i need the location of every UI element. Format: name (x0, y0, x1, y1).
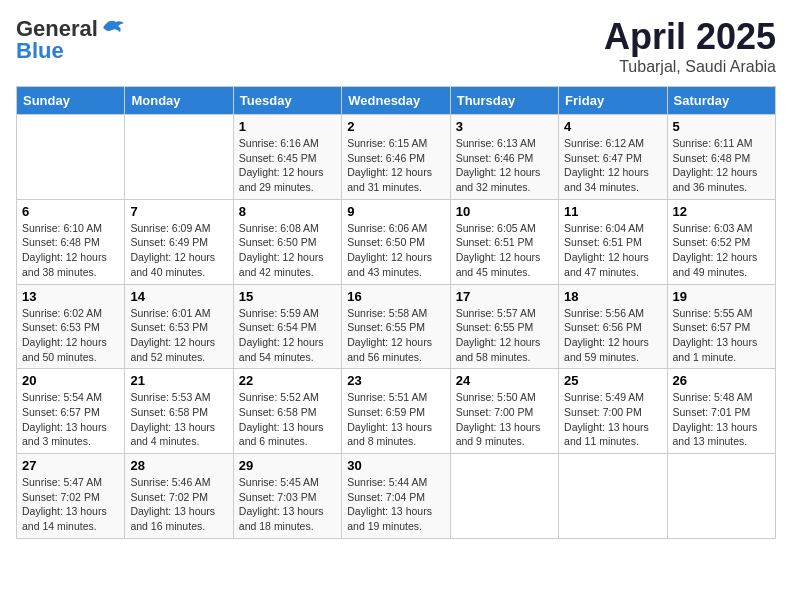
calendar-cell: 1Sunrise: 6:16 AM Sunset: 6:45 PM Daylig… (233, 115, 341, 200)
day-info: Sunrise: 6:12 AM Sunset: 6:47 PM Dayligh… (564, 136, 661, 195)
calendar-cell: 8Sunrise: 6:08 AM Sunset: 6:50 PM Daylig… (233, 199, 341, 284)
header-row: SundayMondayTuesdayWednesdayThursdayFrid… (17, 87, 776, 115)
calendar-cell: 29Sunrise: 5:45 AM Sunset: 7:03 PM Dayli… (233, 454, 341, 539)
calendar-cell: 22Sunrise: 5:52 AM Sunset: 6:58 PM Dayli… (233, 369, 341, 454)
day-info: Sunrise: 6:03 AM Sunset: 6:52 PM Dayligh… (673, 221, 770, 280)
day-info: Sunrise: 5:54 AM Sunset: 6:57 PM Dayligh… (22, 390, 119, 449)
calendar-cell: 26Sunrise: 5:48 AM Sunset: 7:01 PM Dayli… (667, 369, 775, 454)
header: General Blue April 2025 Tubarjal, Saudi … (16, 16, 776, 76)
day-number: 16 (347, 289, 444, 304)
calendar-cell: 2Sunrise: 6:15 AM Sunset: 6:46 PM Daylig… (342, 115, 450, 200)
day-info: Sunrise: 5:46 AM Sunset: 7:02 PM Dayligh… (130, 475, 227, 534)
calendar-cell (125, 115, 233, 200)
day-number: 5 (673, 119, 770, 134)
day-info: Sunrise: 5:55 AM Sunset: 6:57 PM Dayligh… (673, 306, 770, 365)
day-info: Sunrise: 6:04 AM Sunset: 6:51 PM Dayligh… (564, 221, 661, 280)
day-info: Sunrise: 6:15 AM Sunset: 6:46 PM Dayligh… (347, 136, 444, 195)
week-row-3: 13Sunrise: 6:02 AM Sunset: 6:53 PM Dayli… (17, 284, 776, 369)
day-number: 19 (673, 289, 770, 304)
calendar-cell: 19Sunrise: 5:55 AM Sunset: 6:57 PM Dayli… (667, 284, 775, 369)
calendar-cell: 12Sunrise: 6:03 AM Sunset: 6:52 PM Dayli… (667, 199, 775, 284)
day-number: 26 (673, 373, 770, 388)
calendar-cell: 20Sunrise: 5:54 AM Sunset: 6:57 PM Dayli… (17, 369, 125, 454)
day-number: 7 (130, 204, 227, 219)
day-number: 23 (347, 373, 444, 388)
calendar-cell: 11Sunrise: 6:04 AM Sunset: 6:51 PM Dayli… (559, 199, 667, 284)
calendar-cell: 23Sunrise: 5:51 AM Sunset: 6:59 PM Dayli… (342, 369, 450, 454)
calendar-cell: 14Sunrise: 6:01 AM Sunset: 6:53 PM Dayli… (125, 284, 233, 369)
day-info: Sunrise: 6:01 AM Sunset: 6:53 PM Dayligh… (130, 306, 227, 365)
day-number: 29 (239, 458, 336, 473)
calendar-cell: 17Sunrise: 5:57 AM Sunset: 6:55 PM Dayli… (450, 284, 558, 369)
column-header-friday: Friday (559, 87, 667, 115)
calendar-cell: 30Sunrise: 5:44 AM Sunset: 7:04 PM Dayli… (342, 454, 450, 539)
day-info: Sunrise: 6:05 AM Sunset: 6:51 PM Dayligh… (456, 221, 553, 280)
day-number: 3 (456, 119, 553, 134)
calendar-cell: 3Sunrise: 6:13 AM Sunset: 6:46 PM Daylig… (450, 115, 558, 200)
day-info: Sunrise: 6:09 AM Sunset: 6:49 PM Dayligh… (130, 221, 227, 280)
day-number: 13 (22, 289, 119, 304)
day-number: 30 (347, 458, 444, 473)
calendar-cell: 27Sunrise: 5:47 AM Sunset: 7:02 PM Dayli… (17, 454, 125, 539)
week-row-4: 20Sunrise: 5:54 AM Sunset: 6:57 PM Dayli… (17, 369, 776, 454)
calendar-cell: 28Sunrise: 5:46 AM Sunset: 7:02 PM Dayli… (125, 454, 233, 539)
column-header-monday: Monday (125, 87, 233, 115)
day-number: 14 (130, 289, 227, 304)
day-number: 11 (564, 204, 661, 219)
day-info: Sunrise: 6:13 AM Sunset: 6:46 PM Dayligh… (456, 136, 553, 195)
day-number: 4 (564, 119, 661, 134)
calendar-cell (559, 454, 667, 539)
day-number: 18 (564, 289, 661, 304)
day-info: Sunrise: 5:58 AM Sunset: 6:55 PM Dayligh… (347, 306, 444, 365)
location-title: Tubarjal, Saudi Arabia (604, 58, 776, 76)
day-info: Sunrise: 5:56 AM Sunset: 6:56 PM Dayligh… (564, 306, 661, 365)
day-info: Sunrise: 5:52 AM Sunset: 6:58 PM Dayligh… (239, 390, 336, 449)
day-info: Sunrise: 5:53 AM Sunset: 6:58 PM Dayligh… (130, 390, 227, 449)
day-info: Sunrise: 5:57 AM Sunset: 6:55 PM Dayligh… (456, 306, 553, 365)
week-row-1: 1Sunrise: 6:16 AM Sunset: 6:45 PM Daylig… (17, 115, 776, 200)
column-header-tuesday: Tuesday (233, 87, 341, 115)
day-number: 21 (130, 373, 227, 388)
day-info: Sunrise: 6:02 AM Sunset: 6:53 PM Dayligh… (22, 306, 119, 365)
day-number: 20 (22, 373, 119, 388)
day-info: Sunrise: 5:48 AM Sunset: 7:01 PM Dayligh… (673, 390, 770, 449)
calendar-cell (450, 454, 558, 539)
calendar-cell: 24Sunrise: 5:50 AM Sunset: 7:00 PM Dayli… (450, 369, 558, 454)
logo-blue: Blue (16, 38, 64, 63)
logo-bird-icon (102, 18, 124, 36)
day-info: Sunrise: 6:10 AM Sunset: 6:48 PM Dayligh… (22, 221, 119, 280)
day-info: Sunrise: 5:45 AM Sunset: 7:03 PM Dayligh… (239, 475, 336, 534)
day-info: Sunrise: 5:47 AM Sunset: 7:02 PM Dayligh… (22, 475, 119, 534)
day-info: Sunrise: 5:50 AM Sunset: 7:00 PM Dayligh… (456, 390, 553, 449)
day-number: 2 (347, 119, 444, 134)
column-header-thursday: Thursday (450, 87, 558, 115)
day-info: Sunrise: 5:49 AM Sunset: 7:00 PM Dayligh… (564, 390, 661, 449)
day-number: 15 (239, 289, 336, 304)
day-number: 27 (22, 458, 119, 473)
column-header-saturday: Saturday (667, 87, 775, 115)
calendar-table: SundayMondayTuesdayWednesdayThursdayFrid… (16, 86, 776, 539)
calendar-cell: 10Sunrise: 6:05 AM Sunset: 6:51 PM Dayli… (450, 199, 558, 284)
calendar-cell: 18Sunrise: 5:56 AM Sunset: 6:56 PM Dayli… (559, 284, 667, 369)
calendar-cell: 13Sunrise: 6:02 AM Sunset: 6:53 PM Dayli… (17, 284, 125, 369)
day-info: Sunrise: 5:51 AM Sunset: 6:59 PM Dayligh… (347, 390, 444, 449)
day-info: Sunrise: 6:11 AM Sunset: 6:48 PM Dayligh… (673, 136, 770, 195)
day-number: 8 (239, 204, 336, 219)
day-number: 22 (239, 373, 336, 388)
column-header-wednesday: Wednesday (342, 87, 450, 115)
day-number: 25 (564, 373, 661, 388)
day-number: 1 (239, 119, 336, 134)
calendar-cell: 4Sunrise: 6:12 AM Sunset: 6:47 PM Daylig… (559, 115, 667, 200)
day-number: 12 (673, 204, 770, 219)
day-number: 10 (456, 204, 553, 219)
month-title: April 2025 (604, 16, 776, 58)
calendar-cell: 25Sunrise: 5:49 AM Sunset: 7:00 PM Dayli… (559, 369, 667, 454)
calendar-cell: 9Sunrise: 6:06 AM Sunset: 6:50 PM Daylig… (342, 199, 450, 284)
day-number: 9 (347, 204, 444, 219)
day-info: Sunrise: 5:59 AM Sunset: 6:54 PM Dayligh… (239, 306, 336, 365)
day-info: Sunrise: 5:44 AM Sunset: 7:04 PM Dayligh… (347, 475, 444, 534)
day-number: 17 (456, 289, 553, 304)
day-number: 24 (456, 373, 553, 388)
calendar-cell (667, 454, 775, 539)
day-info: Sunrise: 6:16 AM Sunset: 6:45 PM Dayligh… (239, 136, 336, 195)
